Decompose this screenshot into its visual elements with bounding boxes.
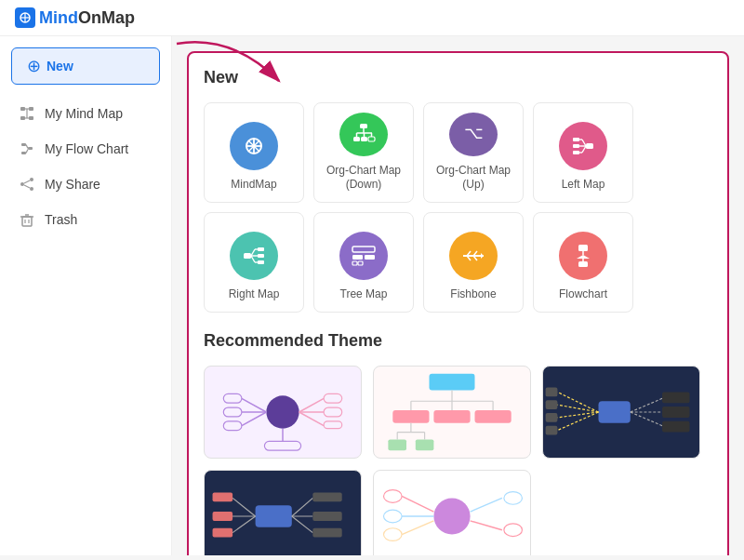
sidebar-item-my-share[interactable]: My Share <box>0 167 171 202</box>
map-card-right-map[interactable]: Right Map <box>204 212 304 313</box>
recommended-title: Recommended Theme <box>204 331 712 351</box>
svg-line-129 <box>292 498 313 516</box>
svg-line-14 <box>26 150 28 153</box>
svg-rect-126 <box>213 493 233 502</box>
svg-rect-98 <box>392 410 429 423</box>
svg-rect-44 <box>573 151 579 154</box>
svg-point-139 <box>384 490 403 503</box>
svg-rect-82 <box>223 407 242 417</box>
theme-card-2[interactable] <box>373 366 531 459</box>
svg-rect-122 <box>256 505 292 527</box>
map-label-left-map: Left Map <box>562 178 605 193</box>
svg-line-123 <box>232 498 256 516</box>
svg-line-118 <box>631 412 662 426</box>
svg-rect-107 <box>599 401 631 423</box>
logo-icon <box>15 7 35 28</box>
svg-rect-43 <box>573 144 579 148</box>
map-label-org-chart-down: Org-Chart Map(Down) <box>326 164 401 193</box>
svg-line-131 <box>292 516 313 533</box>
logo-text-map: Map <box>101 8 135 28</box>
svg-line-142 <box>471 498 502 512</box>
svg-rect-51 <box>244 253 251 259</box>
svg-rect-32 <box>353 137 360 141</box>
svg-rect-6 <box>29 116 33 120</box>
map-label-flowchart: Flowchart <box>559 287 607 302</box>
svg-line-80 <box>242 412 266 426</box>
svg-line-86 <box>299 412 324 426</box>
sidebar: ⊕ New My Mind Map <box>0 36 172 555</box>
svg-rect-83 <box>223 421 242 431</box>
header: MindOnMap <box>0 0 744 36</box>
new-button[interactable]: ⊕ New <box>11 47 160 85</box>
svg-rect-20 <box>22 217 32 226</box>
svg-rect-106 <box>416 439 434 450</box>
svg-line-125 <box>232 516 256 533</box>
theme-card-5[interactable] <box>373 470 531 555</box>
map-card-tree-map[interactable]: Tree Map <box>313 212 414 313</box>
map-card-fishbone[interactable]: Fishbone <box>423 212 524 313</box>
left-map-icon-circle <box>559 122 607 170</box>
mind-map-icon <box>19 105 35 122</box>
flow-chart-icon <box>19 140 35 157</box>
mindmap-icon-circle <box>230 122 278 170</box>
logo: MindOnMap <box>15 7 135 28</box>
svg-rect-133 <box>312 512 341 521</box>
svg-rect-54 <box>258 260 264 264</box>
main-content: New MindMap Org-Chart Map(Down) <box>172 36 744 555</box>
theme-card-3[interactable] <box>542 366 700 459</box>
svg-rect-87 <box>324 393 342 403</box>
svg-rect-64 <box>352 261 357 265</box>
svg-point-145 <box>504 524 523 537</box>
svg-line-143 <box>471 521 502 530</box>
svg-rect-52 <box>258 247 264 251</box>
map-card-org-chart-down[interactable]: Org-Chart Map(Down) <box>313 102 414 203</box>
map-card-mindmap[interactable]: MindMap <box>204 102 304 203</box>
map-grid: MindMap Org-Chart Map(Down) ⌥ Org-Chart … <box>204 102 712 313</box>
svg-point-17 <box>30 187 33 191</box>
svg-line-13 <box>26 145 28 149</box>
svg-rect-100 <box>475 410 512 423</box>
new-section-title: New <box>204 68 712 87</box>
map-label-right-map: Right Map <box>229 287 280 302</box>
main-layout: ⊕ New My Mind Map <box>0 36 744 555</box>
svg-rect-91 <box>264 441 300 450</box>
theme-card-1[interactable] <box>204 366 362 459</box>
svg-rect-99 <box>433 410 470 423</box>
svg-line-18 <box>24 180 30 183</box>
svg-point-15 <box>30 178 33 181</box>
map-card-org-chart-up[interactable]: ⌥ Org-Chart Map (Up) <box>423 102 524 203</box>
svg-rect-61 <box>352 247 375 252</box>
logo-text-mind: Mind <box>39 8 78 28</box>
svg-rect-62 <box>352 255 363 260</box>
svg-rect-31 <box>360 124 367 128</box>
sidebar-item-trash[interactable]: Trash <box>0 202 171 237</box>
svg-line-45 <box>582 140 586 146</box>
svg-line-19 <box>24 185 30 188</box>
svg-rect-34 <box>368 137 375 141</box>
fishbone-icon-circle <box>449 232 498 280</box>
svg-rect-105 <box>388 439 406 450</box>
svg-point-135 <box>433 498 470 534</box>
map-card-left-map[interactable]: Left Map <box>533 102 633 203</box>
map-label-tree-map: Tree Map <box>340 287 388 302</box>
svg-rect-112 <box>546 388 558 397</box>
svg-rect-132 <box>312 493 341 502</box>
map-card-flowchart[interactable]: Flowchart <box>533 212 633 313</box>
sidebar-item-my-mind-map[interactable]: My Mind Map <box>0 96 171 131</box>
theme-card-4[interactable] <box>204 470 362 555</box>
svg-rect-121 <box>662 421 689 433</box>
svg-rect-119 <box>662 392 689 403</box>
svg-point-144 <box>504 492 523 505</box>
map-label-mindmap: MindMap <box>231 178 276 193</box>
sidebar-item-my-flow-chart[interactable]: My Flow Chart <box>0 131 171 167</box>
svg-rect-72 <box>578 245 588 251</box>
sidebar-item-label: My Mind Map <box>45 106 123 121</box>
svg-text:⌥: ⌥ <box>464 124 484 142</box>
svg-point-16 <box>20 182 24 186</box>
svg-point-141 <box>384 528 403 541</box>
svg-point-140 <box>384 510 403 523</box>
svg-rect-92 <box>430 374 475 391</box>
svg-rect-41 <box>586 143 593 149</box>
new-button-label: New <box>46 59 73 73</box>
svg-line-138 <box>402 521 433 535</box>
